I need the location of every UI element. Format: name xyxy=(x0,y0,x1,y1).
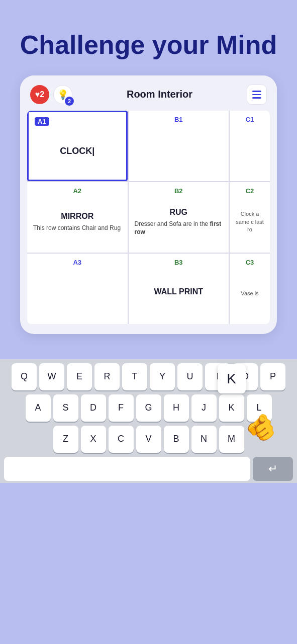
key-F[interactable]: F xyxy=(109,394,134,422)
keyboard-row-2: A S D F G H J K K L 🫵 xyxy=(2,394,295,422)
bulb-badge: 💡 2 xyxy=(53,85,72,104)
key-H[interactable]: H xyxy=(164,394,189,422)
hearts-count: 2 xyxy=(40,90,44,99)
key-B[interactable]: B xyxy=(164,426,189,453)
cell-word-B2: RUG xyxy=(135,208,223,217)
cell-clue-C3: Vase is xyxy=(236,290,264,297)
key-Z[interactable]: Z xyxy=(53,426,78,453)
key-L[interactable]: L 🫵 xyxy=(247,394,272,422)
key-K-popup: K xyxy=(218,364,246,393)
key-E[interactable]: E xyxy=(67,363,92,390)
key-S[interactable]: S xyxy=(53,394,78,422)
key-T[interactable]: T xyxy=(122,363,147,390)
cell-label-A3: A3 xyxy=(33,259,122,266)
text-input-bar[interactable] xyxy=(4,457,250,481)
key-M[interactable]: M xyxy=(219,426,244,453)
cell-word-B3: WALL PRINT xyxy=(135,287,223,296)
cell-C3[interactable]: C3 Vase is xyxy=(230,254,270,324)
app-header: ♥ 2 💡 2 Room Interior xyxy=(20,75,277,111)
cell-B3[interactable]: B3 WALL PRINT xyxy=(129,254,229,324)
key-Q[interactable]: Q xyxy=(12,363,37,390)
cell-C1[interactable]: C1 xyxy=(230,111,270,181)
cell-B2[interactable]: B2 RUG Dresser and Sofa are in the first… xyxy=(129,182,229,253)
cell-clue-C2: Clock a same c last ro xyxy=(236,210,264,233)
key-W[interactable]: W xyxy=(39,363,64,390)
key-V[interactable]: V xyxy=(136,426,161,453)
cell-label-B3: B3 xyxy=(135,259,223,266)
keyboard-row-3: Z X C V B N M xyxy=(2,426,295,453)
header-left: ♥ 2 💡 2 xyxy=(30,85,72,104)
return-key[interactable]: ↵ xyxy=(253,457,293,481)
key-P[interactable]: P xyxy=(260,363,285,390)
key-J[interactable]: J xyxy=(191,394,217,422)
key-U[interactable]: U xyxy=(177,363,203,390)
cell-word-A2: MIRROR xyxy=(33,212,122,221)
cell-label-C2: C2 xyxy=(236,187,264,195)
menu-button[interactable] xyxy=(247,85,267,105)
cell-label-C1: C1 xyxy=(236,116,264,123)
cell-clue-B2: Dresser and Sofa are in the first row xyxy=(135,220,223,237)
cell-label-A1: A1 xyxy=(35,117,49,126)
key-Y[interactable]: Y xyxy=(150,363,175,390)
bulb-count: 2 xyxy=(65,97,74,106)
cell-label-B1: B1 xyxy=(135,116,223,123)
cell-label-C3: C3 xyxy=(236,259,264,266)
cell-A3[interactable]: A3 xyxy=(27,254,128,324)
cell-clue-A2: This row contains Chair and Rug xyxy=(33,224,122,232)
key-D[interactable]: D xyxy=(81,394,106,422)
cell-C2[interactable]: C2 Clock a same c last ro xyxy=(230,182,270,253)
hamburger-icon xyxy=(252,91,261,99)
key-G[interactable]: G xyxy=(136,394,161,422)
app-title: Room Interior xyxy=(72,89,247,100)
headline: Challenge your Mind xyxy=(15,30,282,60)
cell-label-A2: A2 xyxy=(33,187,122,195)
key-N[interactable]: N xyxy=(191,426,217,453)
cell-B1[interactable]: B1 xyxy=(129,111,229,181)
key-K-active[interactable]: K K xyxy=(219,394,244,422)
app-card: ♥ 2 💡 2 Room Interior A1 CLOCK| xyxy=(20,75,277,334)
key-R[interactable]: R xyxy=(94,363,120,390)
cell-A1[interactable]: A1 CLOCK| xyxy=(27,111,128,181)
cell-label-B2: B2 xyxy=(135,187,223,195)
key-X[interactable]: X xyxy=(81,426,106,453)
crossword-grid: A1 CLOCK| B1 C1 A2 MIRROR This row conta… xyxy=(27,111,270,324)
keyboard-row-1: Q W E R T Y U I O P xyxy=(2,363,295,390)
input-row: ↵ xyxy=(2,457,295,481)
cell-A2[interactable]: A2 MIRROR This row contains Chair and Ru… xyxy=(27,182,128,253)
cell-word-A1: CLOCK| xyxy=(35,146,120,156)
key-C[interactable]: C xyxy=(109,426,134,453)
hearts-badge: ♥ 2 xyxy=(30,85,49,104)
keyboard: Q W E R T Y U I O P A S D F G H J K K L … xyxy=(0,359,297,483)
key-A[interactable]: A xyxy=(26,394,51,422)
